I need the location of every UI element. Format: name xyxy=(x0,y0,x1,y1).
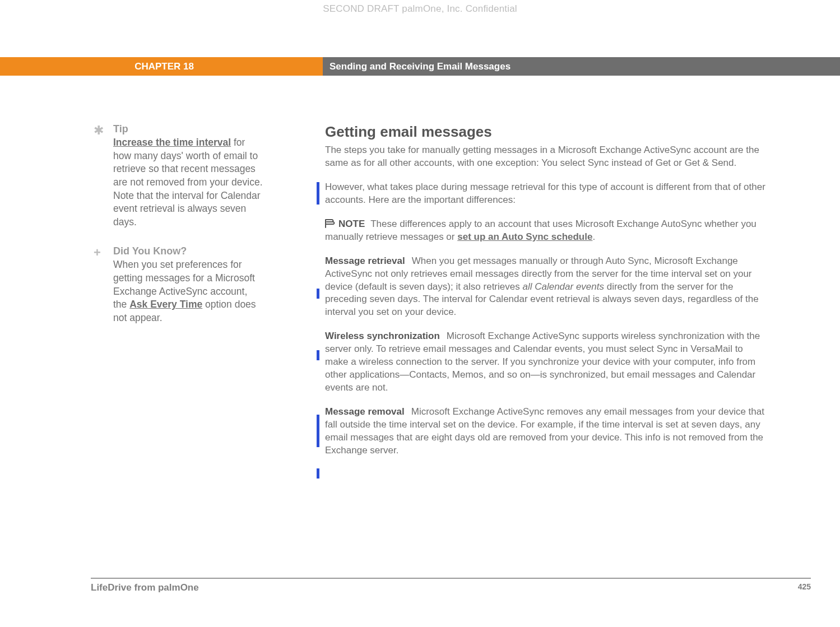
change-bar xyxy=(317,468,319,479)
chapter-title: Sending and Receiving Email Messages xyxy=(323,57,840,76)
retrieval-italic: all Calendar events xyxy=(522,281,604,292)
tip-link[interactable]: Increase the time interval xyxy=(113,137,231,148)
change-bar xyxy=(317,415,319,447)
retrieval-label: Message retrieval xyxy=(325,256,405,266)
tip-block: ✱ Tip Increase the time interval for how… xyxy=(91,123,263,229)
footer-product: LifeDrive from palmOne xyxy=(91,582,199,593)
tip-body: Increase the time interval for how many … xyxy=(113,136,263,229)
dyk-body: When you set preferences for getting mes… xyxy=(113,258,263,324)
note-section: NOTEThese differences apply to an accoun… xyxy=(325,218,768,244)
tip-title: Tip xyxy=(113,123,263,135)
chapter-number: CHAPTER 18 xyxy=(0,57,323,76)
trailing-change-bar-holder xyxy=(325,468,768,480)
tip-body-rest: for how many days' worth of email to ret… xyxy=(113,137,263,227)
note-link[interactable]: set up an Auto Sync schedule xyxy=(457,231,592,242)
page-footer: LifeDrive from palmOne 425 xyxy=(91,578,811,593)
confidential-watermark: SECOND DRAFT palmOne, Inc. Confidential xyxy=(0,3,840,15)
message-retrieval-section: Message retrievalWhen you get messages m… xyxy=(325,255,768,319)
note-label: NOTE xyxy=(338,219,365,229)
page: SECOND DRAFT palmOne, Inc. Confidential … xyxy=(0,0,840,627)
note-flag-icon xyxy=(325,219,335,228)
sidebar: ✱ Tip Increase the time interval for how… xyxy=(0,123,263,480)
dyk-title: Did You Know? xyxy=(113,245,263,257)
diff-intro-text: However, what takes place during message… xyxy=(325,181,768,207)
plus-icon: + xyxy=(94,247,101,259)
note-post: . xyxy=(592,231,595,242)
section-heading: Getting email messages xyxy=(325,123,768,141)
intro-paragraph: The steps you take for manually getting … xyxy=(325,144,768,170)
change-bar xyxy=(317,182,319,205)
message-removal-section: Message removalMicrosoft Exchange Active… xyxy=(325,406,768,457)
wireless-sync-section: Wireless synchronizationMicrosoft Exchan… xyxy=(325,330,768,394)
change-bar xyxy=(317,350,319,360)
content-area: ✱ Tip Increase the time interval for how… xyxy=(0,123,840,480)
did-you-know-block: + Did You Know? When you set preferences… xyxy=(91,245,263,324)
chapter-header-bar: CHAPTER 18 Sending and Receiving Email M… xyxy=(0,57,840,76)
main-column: Getting email messages The steps you tak… xyxy=(263,123,768,480)
diff-intro-section: However, what takes place during message… xyxy=(325,181,768,207)
footer-page-number: 425 xyxy=(798,582,811,591)
dyk-link[interactable]: Ask Every Time xyxy=(129,299,202,310)
removal-label: Message removal xyxy=(325,406,405,417)
change-bar xyxy=(317,289,319,299)
asterisk-icon: ✱ xyxy=(94,124,104,137)
wireless-label: Wireless synchronization xyxy=(325,331,440,341)
